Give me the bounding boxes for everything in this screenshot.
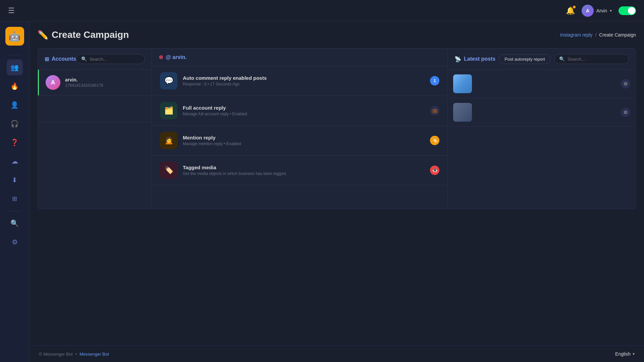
sidebar-item-users[interactable]: 👥 (7, 59, 23, 75)
breadcrumb-separator: / (595, 32, 596, 38)
page-title-text: Create Campaign (52, 29, 129, 40)
feature-icon-mention: 🙍 (160, 132, 177, 149)
toggle-button[interactable] (619, 6, 636, 15)
feature-title-full: Full account reply (183, 105, 425, 111)
footer-link[interactable]: Messenger Bot (79, 352, 109, 357)
fire-icon: 🔥 (10, 82, 19, 90)
navbar-left: ☰ (8, 6, 15, 15)
accounts-search-box[interactable]: 🔍 (76, 54, 145, 64)
sidebar-item-help[interactable]: ❓ (7, 134, 23, 150)
page-header: ✏️ Create Campaign Instagram reply / Cre… (38, 29, 636, 40)
latest-posts-title: 📡 Latest posts (454, 56, 495, 62)
latest-posts-header: 📡 Latest posts Post autoreply report 🔍 (448, 49, 636, 70)
navbar-right: 🔔 A Arvin ▾ (566, 5, 636, 17)
feature-icon-tagged: 🏷️ (160, 162, 177, 179)
feature-tagged[interactable]: 🏷️ Tagged media Get the media objects in… (152, 156, 447, 185)
sidebar-item-profile[interactable]: 👤 (7, 97, 23, 113)
pencil-icon: ✏️ (38, 30, 48, 40)
mention-icon: 🙍 (164, 136, 173, 145)
feature-title-auto-comment: Auto comment reply enabled posts (183, 75, 425, 81)
latest-posts-label: Latest posts (464, 56, 495, 62)
footer: © Messenger Bot • Messenger Bot English … (30, 346, 644, 362)
sidebar-logo: 🤖 (5, 27, 24, 46)
sidebar: 🤖 👥 🔥 👤 🎧 ❓ ☁ ⬇ ⊞ 🔍 ⚙ (0, 21, 30, 362)
feature-subtitle-auto-comment: Response : 0 • 17 Seconds Ago (183, 82, 425, 86)
breadcrumb: Instagram reply / Create Campaign (560, 32, 636, 38)
feature-subtitle-mention: Manage mention reply • Enabled (183, 141, 425, 146)
logo-icon: 🤖 (9, 31, 20, 42)
sidebar-item-settings[interactable]: ⚙ (7, 234, 23, 250)
footer-copyright: © Messenger Bot (39, 352, 73, 357)
post-gear-button-2[interactable]: ⚙ (621, 108, 630, 117)
sidebar-item-hot[interactable]: 🔥 (7, 78, 23, 94)
account-name: arvin. (65, 77, 103, 82)
feature-icon-full: 🗂️ (160, 102, 177, 119)
chevron-down-icon: ▾ (633, 352, 635, 356)
feature-auto-comment[interactable]: 💬 Auto comment reply enabled posts Respo… (152, 66, 447, 96)
instagram-icon: ⊛ (159, 54, 163, 60)
toggle-circle (628, 7, 635, 14)
breadcrumb-current: Create Campaign (599, 32, 636, 38)
download-icon: ⬇ (12, 176, 17, 184)
page-title: ✏️ Create Campaign (38, 29, 129, 40)
feature-full-account[interactable]: 🗂️ Full account reply Manage full accoun… (152, 96, 447, 126)
account-avatar: A (46, 75, 60, 90)
feature-title-mention: Mention reply (183, 135, 425, 140)
user-profile[interactable]: A Arvin ▾ (582, 5, 612, 17)
hamburger-menu[interactable]: ☰ (8, 6, 15, 15)
account-info: arvin. 17841413433196179 (65, 77, 103, 88)
sidebar-item-download[interactable]: ⬇ (7, 172, 23, 188)
footer-left: © Messenger Bot • Messenger Bot (39, 352, 109, 357)
latest-posts-search-input[interactable] (568, 57, 624, 62)
gear-icon: ⚙ (12, 238, 18, 246)
panels-container: ⊞ Accounts 🔍 A arvin. 17841413433196179 (38, 48, 636, 209)
account-handle-label: @ arvin. (166, 54, 187, 60)
user-name: Arvin (596, 8, 607, 13)
signal-icon: 📡 (454, 56, 461, 62)
feature-info-tagged: Tagged media Get the media objects in wh… (183, 165, 425, 176)
account-item-blank (38, 96, 152, 122)
features-panel-header: ⊛ @ arvin. (152, 49, 447, 66)
post-thumbnail-2 (453, 103, 472, 122)
post-item-1[interactable]: ⚙ (448, 70, 636, 98)
users-icon: 👥 (10, 63, 19, 71)
accounts-panel-title: ⊞ Accounts (45, 56, 76, 62)
post-gear-button-1[interactable]: ⚙ (621, 79, 630, 88)
feature-mention[interactable]: 🙍 Mention reply Manage mention reply • E… (152, 126, 447, 156)
navbar: ☰ 🔔 A Arvin ▾ (0, 0, 644, 21)
notification-dot (573, 6, 576, 8)
latest-posts-panel: 📡 Latest posts Post autoreply report 🔍 ⚙ (448, 49, 636, 209)
feature-badge-auto-comment: 1 (430, 76, 439, 85)
latest-posts-search-box[interactable]: 🔍 (554, 54, 629, 64)
post-item-2[interactable]: ⚙ (448, 98, 636, 127)
feature-title-tagged: Tagged media (183, 165, 425, 170)
sidebar-item-search[interactable]: 🔍 (7, 215, 23, 231)
post-autoreply-report-button[interactable]: Post autoreply report (499, 54, 551, 64)
sidebar-item-grid[interactable]: ⊞ (7, 191, 23, 207)
headset-icon: 🎧 (10, 120, 19, 128)
feature-subtitle-tagged: Get the media objects in which business … (183, 171, 425, 176)
feature-subtitle-full: Manage full account reply • Enabled (183, 112, 425, 116)
reply-icon: 🗂️ (164, 106, 173, 115)
cloud-icon: ☁ (11, 157, 18, 165)
language-selector[interactable]: English ▾ (615, 351, 635, 357)
search-icon-posts: 🔍 (559, 56, 565, 62)
account-id: 17841413433196179 (65, 83, 103, 88)
accounts-panel-header: ⊞ Accounts 🔍 (38, 49, 152, 70)
feature-info-auto-comment: Auto comment reply enabled posts Respons… (183, 75, 425, 86)
notification-bell[interactable]: 🔔 (566, 6, 575, 15)
accounts-icon: ⊞ (45, 56, 49, 62)
accounts-search-input[interactable] (90, 57, 140, 62)
chat-icon: 💬 (164, 76, 173, 85)
feature-badge-tagged: 👁️ (430, 166, 439, 175)
breadcrumb-parent[interactable]: Instagram reply (560, 32, 592, 38)
account-item[interactable]: A arvin. 17841413433196179 (38, 70, 152, 96)
person-icon: 👤 (10, 101, 19, 109)
avatar: A (582, 5, 594, 17)
grid-icon: ⊞ (12, 195, 17, 202)
sidebar-item-cloud[interactable]: ☁ (7, 153, 23, 169)
sidebar-divider (8, 55, 21, 55)
feature-info-full: Full account reply Manage full account r… (183, 105, 425, 116)
accounts-panel: ⊞ Accounts 🔍 A arvin. 17841413433196179 (38, 49, 152, 209)
sidebar-item-support[interactable]: 🎧 (7, 116, 23, 132)
